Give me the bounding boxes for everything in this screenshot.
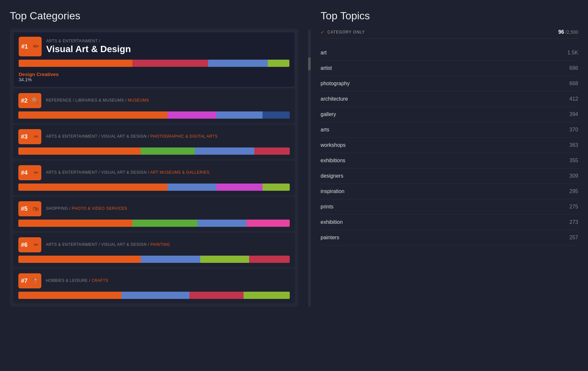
rank-number: #2 <box>21 97 28 104</box>
topic-row[interactable]: artist 686 <box>321 61 578 76</box>
category-highlight: Painting <box>150 242 170 247</box>
category-item[interactable]: #3 ✏ ARTS & ENTERTAINMENT / VISUAL ART &… <box>13 125 295 159</box>
category-info: SHOPPING / Photo & Video Services <box>46 206 290 211</box>
category-path: REFERENCE / LIBRARIES & MUSEUMS / Museum… <box>46 98 290 103</box>
topic-count: 1.5K <box>567 50 578 56</box>
rank-icon: ✏ <box>33 42 39 51</box>
category-path: ARTS & ENTERTAINMENT / VISUAL ART & DESI… <box>46 170 290 175</box>
bar-segment <box>254 147 290 155</box>
topic-name: arts <box>321 127 329 133</box>
main-container: Top Categories #1 ✏ ARTS & ENTERTAINMENT… <box>10 10 578 307</box>
topic-row[interactable]: photography 668 <box>321 76 578 91</box>
scrollbar-track[interactable] <box>308 29 311 307</box>
rank-number: #7 <box>21 278 28 284</box>
topic-name: prints <box>321 204 333 210</box>
rank-number: #3 <box>21 133 28 140</box>
category-header: #5 🛍 SHOPPING / Photo & Video Services <box>18 201 290 216</box>
category-highlight: Art Museums & Galleries <box>150 170 209 175</box>
categories-list: #1 ✏ ARTS & ENTERTAINMENT / Visual Art &… <box>10 29 298 307</box>
bar-segment <box>216 111 263 119</box>
category-item[interactable]: #6 ✏ ARTS & ENTERTAINMENT / VISUAL ART &… <box>13 233 295 267</box>
topic-name: gallery <box>321 111 336 117</box>
bar-segment <box>208 60 268 67</box>
bar-segment <box>263 184 290 191</box>
topic-count: 412 <box>569 96 578 102</box>
rank-icon: ✏ <box>34 241 39 248</box>
bar-segment <box>195 147 254 155</box>
category-info: REFERENCE / LIBRARIES & MUSEUMS / Museum… <box>46 98 290 103</box>
rank-icon: 🔭 <box>31 277 39 284</box>
topic-count: 686 <box>569 65 578 71</box>
bar-segment <box>18 111 167 119</box>
category-header: #3 ✏ ARTS & ENTERTAINMENT / VISUAL ART &… <box>18 129 290 144</box>
bar-segment <box>18 292 122 299</box>
bar-segment <box>19 60 132 67</box>
rank-badge: #5 🛍 <box>18 201 41 216</box>
topic-count: 275 <box>569 204 578 210</box>
category-item[interactable]: #1 ✏ ARTS & ENTERTAINMENT / Visual Art &… <box>13 32 295 87</box>
scrollbar-thumb[interactable] <box>308 57 311 70</box>
segment-pct: 34.1% <box>19 77 289 82</box>
right-panel-title: Top Topics <box>321 10 578 22</box>
category-header: #2 🔍 REFERENCE / LIBRARIES & MUSEUMS / M… <box>18 93 290 108</box>
topics-header: Top Topics ✓ CATEGORY ONLY 96 /2,500 <box>321 10 578 39</box>
rank-badge: #2 🔍 <box>18 93 41 108</box>
category-highlight: Photographic & Digital Arts <box>150 134 218 139</box>
topic-name: photography <box>321 81 350 87</box>
category-only-label: ✓ CATEGORY ONLY <box>321 29 365 35</box>
topic-name: painters <box>321 235 339 241</box>
bar-container <box>18 147 290 155</box>
category-highlight: Crafts <box>91 278 108 283</box>
category-only-row[interactable]: ✓ CATEGORY ONLY 96 /2,500 <box>321 26 578 39</box>
bar-container <box>18 292 290 299</box>
category-item[interactable]: #2 🔍 REFERENCE / LIBRARIES & MUSEUMS / M… <box>13 88 295 123</box>
bar-segment <box>197 220 246 227</box>
topic-row[interactable]: exhibitions 355 <box>321 153 578 168</box>
topic-name: artist <box>321 65 332 71</box>
topic-count: 394 <box>569 111 578 117</box>
bar-segment <box>263 111 290 119</box>
topic-count: 355 <box>569 158 578 164</box>
category-path: ARTS & ENTERTAINMENT / VISUAL ART & DESI… <box>46 134 290 139</box>
bar-container <box>18 256 290 263</box>
topic-name: workshops <box>321 142 345 148</box>
bar-segment <box>189 292 244 299</box>
category-name: Visual Art & Design <box>46 44 289 54</box>
category-info: ARTS & ENTERTAINMENT / VISUAL ART & DESI… <box>46 134 290 139</box>
bar-segment <box>18 184 167 191</box>
topic-name: architecture <box>321 96 348 102</box>
rank-icon: ✏ <box>34 133 39 140</box>
topic-count: 295 <box>569 188 578 194</box>
scrollbar-area[interactable] <box>308 10 311 307</box>
topic-row[interactable]: exhibition 273 <box>321 215 578 230</box>
rank-badge: #3 ✏ <box>18 129 41 144</box>
topic-row[interactable]: prints 275 <box>321 199 578 215</box>
bar-container <box>19 60 289 67</box>
topic-row[interactable]: designers 309 <box>321 168 578 184</box>
category-header: #7 🔭 HOBBIES & LEISURE / Crafts <box>18 273 290 288</box>
category-item[interactable]: #4 ✏ ARTS & ENTERTAINMENT / VISUAL ART &… <box>13 161 295 195</box>
topic-row[interactable]: workshops 363 <box>321 138 578 153</box>
bar-segment <box>132 60 208 67</box>
rank-badge: #6 ✏ <box>18 237 41 252</box>
topic-row[interactable]: painters 257 <box>321 230 578 245</box>
topic-row[interactable]: inspiration 295 <box>321 184 578 199</box>
left-panel-title: Top Categories <box>10 10 298 22</box>
category-item[interactable]: #5 🛍 SHOPPING / Photo & Video Services <box>13 197 295 231</box>
rank-icon: 🛍 <box>33 205 39 212</box>
topic-row[interactable]: art 1.5K <box>321 45 578 61</box>
category-item[interactable]: #7 🔭 HOBBIES & LEISURE / Crafts <box>13 269 295 303</box>
topic-row[interactable]: architecture 412 <box>321 91 578 107</box>
topic-count: 370 <box>569 127 578 133</box>
rank-badge: #7 🔭 <box>18 273 41 288</box>
topic-row[interactable]: arts 370 <box>321 122 578 138</box>
bar-segment <box>216 184 263 191</box>
category-highlight: Museums <box>128 98 149 103</box>
topics-list: art 1.5K artist 686 photography 668 arch… <box>321 45 578 245</box>
bar-segment <box>122 292 189 299</box>
bar-segment <box>200 256 249 263</box>
topic-row[interactable]: gallery 394 <box>321 107 578 122</box>
bar-segment <box>268 60 289 67</box>
rank-badge: #1 ✏ <box>19 37 42 56</box>
category-header: #6 ✏ ARTS & ENTERTAINMENT / VISUAL ART &… <box>18 237 290 252</box>
